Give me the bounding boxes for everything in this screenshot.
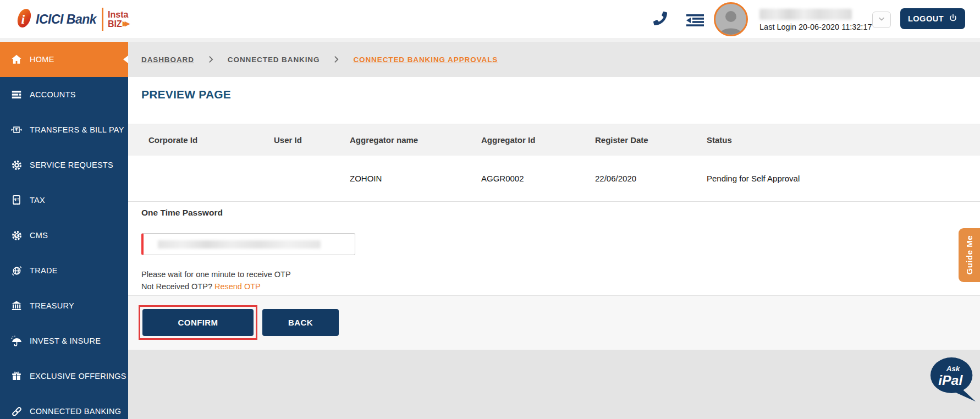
column-header-corporate-id: Corporate Id [148, 135, 274, 145]
gear-rupee-icon: ₹ [10, 229, 23, 242]
gift-icon [10, 370, 23, 383]
sidebar-item-treasury[interactable]: TREASURY [0, 288, 128, 323]
cell-aggregator-id: AGGR0002 [481, 174, 595, 183]
sidebar-item-connected-banking[interactable]: CONNECTED BANKING [0, 394, 128, 419]
otp-input[interactable] [141, 233, 355, 255]
top-header: i ICICI Bank Insta BIZ ▶▶ [0, 0, 980, 38]
app-window: i ICICI Bank Insta BIZ ▶▶ [0, 0, 980, 419]
sidebar-item-home[interactable]: HOME [0, 42, 128, 77]
sidebar-item-label: INVEST & INSURE [30, 337, 101, 345]
breadcrumb: DASHBOARD CONNECTED BANKING CONNECTED BA… [128, 42, 980, 77]
otp-label: One Time Password [141, 208, 223, 218]
main-content: PREVIEW PAGE Corporate Id User Id Aggreg… [128, 77, 980, 419]
svg-text:₹: ₹ [15, 128, 18, 133]
resend-otp-link[interactable]: Resend OTP [214, 282, 261, 291]
chevron-right-icon [208, 56, 213, 63]
tax-receipt-icon: ₹ [10, 194, 23, 207]
logout-label: LOGOUT [908, 14, 944, 23]
home-icon [10, 53, 23, 66]
bank-name: ICICI Bank [36, 12, 96, 27]
column-header-aggregator-id: Aggregator Id [481, 135, 595, 145]
sidebar-item-tax[interactable]: ₹ TAX [0, 183, 128, 218]
sidebar-item-exclusive-offerings[interactable]: EXCLUSIVE OFFERINGS [0, 359, 128, 394]
confirm-button[interactable]: CONFIRM [142, 309, 254, 336]
column-header-aggregator-name: Aggregator name [350, 135, 481, 145]
sidebar-item-transfers-bill-pay[interactable]: ₹ TRANSFERS & BILL PAY [0, 112, 128, 147]
breadcrumb-dashboard[interactable]: DASHBOARD [141, 56, 194, 64]
biz-arrows-icon: ▶▶ [123, 19, 126, 28]
ipal-ask-text: Ask [946, 365, 960, 373]
ipal-name-text: iPal [938, 373, 963, 388]
product-line1: Insta [108, 10, 128, 19]
logout-button[interactable]: LOGOUT [900, 8, 965, 29]
umbrella-icon [10, 334, 23, 348]
accounts-icon [10, 88, 23, 101]
sidebar-item-invest-insure[interactable]: INVEST & INSURE [0, 323, 128, 359]
sidebar-item-label: TREASURY [30, 301, 74, 310]
globe-icon [10, 264, 23, 277]
confirm-highlight-outline: CONFIRM [139, 305, 257, 340]
guide-me-tab[interactable]: Guide Me [959, 228, 980, 282]
logo-divider [102, 8, 103, 31]
gear-icon [10, 158, 23, 172]
sidebar-item-label: CMS [30, 231, 48, 240]
chevron-down-icon [877, 14, 886, 25]
cell-status: Pending for Self Approval [707, 174, 980, 183]
menu-list-icon[interactable] [686, 14, 704, 29]
sidebar-item-trade[interactable]: TRADE [0, 253, 128, 288]
guide-me-label: Guide Me [965, 235, 974, 275]
page-title: PREVIEW PAGE [141, 88, 231, 101]
column-header-user-id: User Id [274, 135, 350, 145]
not-received-text: Not Received OTP? [141, 282, 212, 291]
ask-ipal-button[interactable]: Ask iPal [929, 355, 977, 410]
sidebar-item-label: HOME [30, 55, 54, 64]
table-header-row: Corporate Id User Id Aggregator name Agg… [128, 124, 980, 156]
otp-wait-text: Please wait for one minute to receive OT… [141, 270, 291, 279]
chevron-right-icon [334, 56, 339, 63]
profile-dropdown-toggle[interactable] [872, 12, 891, 28]
table-row: ZOHOIN AGGR0002 22/06/2020 Pending for S… [128, 156, 980, 202]
sidebar-item-label: EXCLUSIVE OFFERINGS [30, 372, 126, 381]
chain-link-icon [10, 405, 23, 418]
sidebar-item-label: CONNECTED BANKING [30, 407, 121, 416]
rupee-transfer-icon: ₹ [10, 123, 23, 136]
sidebar-item-cms[interactable]: ₹ CMS [0, 218, 128, 253]
sidebar-item-label: TAX [30, 196, 45, 205]
sidebar: HOME ACCOUNTS ₹ TRANSFERS & BILL PAY SER… [0, 42, 128, 419]
active-item-caret [123, 56, 128, 63]
breadcrumb-connected-banking-approvals[interactable]: CONNECTED BANKING APPROVALS [353, 56, 498, 64]
user-avatar[interactable] [714, 2, 748, 36]
cell-register-date: 22/06/2020 [595, 174, 707, 183]
power-icon [949, 14, 957, 24]
sidebar-item-label: SERVICE REQUESTS [30, 161, 113, 169]
column-header-register-date: Register Date [595, 135, 707, 145]
svg-text:i: i [21, 12, 25, 26]
svg-text:₹: ₹ [14, 197, 17, 202]
sidebar-item-label: TRANSFERS & BILL PAY [30, 125, 124, 134]
breadcrumb-connected-banking[interactable]: CONNECTED BANKING [228, 56, 320, 64]
user-name-masked [759, 9, 852, 20]
otp-not-received-line: Not Received OTP?Resend OTP [141, 282, 261, 291]
back-button[interactable]: BACK [262, 309, 339, 336]
action-button-strip: CONFIRM BACK [128, 295, 980, 350]
product-line2: BIZ [108, 19, 122, 29]
footer-area [128, 350, 980, 419]
svg-text:₹: ₹ [15, 233, 18, 238]
phone-icon[interactable] [653, 12, 667, 27]
cell-aggregator-name: ZOHOIN [350, 174, 481, 183]
last-login-text: Last Login 20-06-2020 11:32:17 [759, 23, 872, 31]
sidebar-item-label: TRADE [30, 266, 58, 275]
icici-instabiz-logo: i ICICI Bank Insta BIZ ▶▶ [15, 5, 128, 33]
icici-flame-icon: i [15, 5, 33, 33]
bank-building-icon [10, 299, 23, 312]
sidebar-item-label: ACCOUNTS [30, 90, 76, 99]
sidebar-item-service-requests[interactable]: SERVICE REQUESTS [0, 147, 128, 183]
product-name: Insta BIZ ▶▶ [108, 10, 128, 29]
otp-value-masked [158, 240, 321, 249]
column-header-status: Status [707, 135, 980, 145]
sidebar-item-accounts[interactable]: ACCOUNTS [0, 77, 128, 112]
